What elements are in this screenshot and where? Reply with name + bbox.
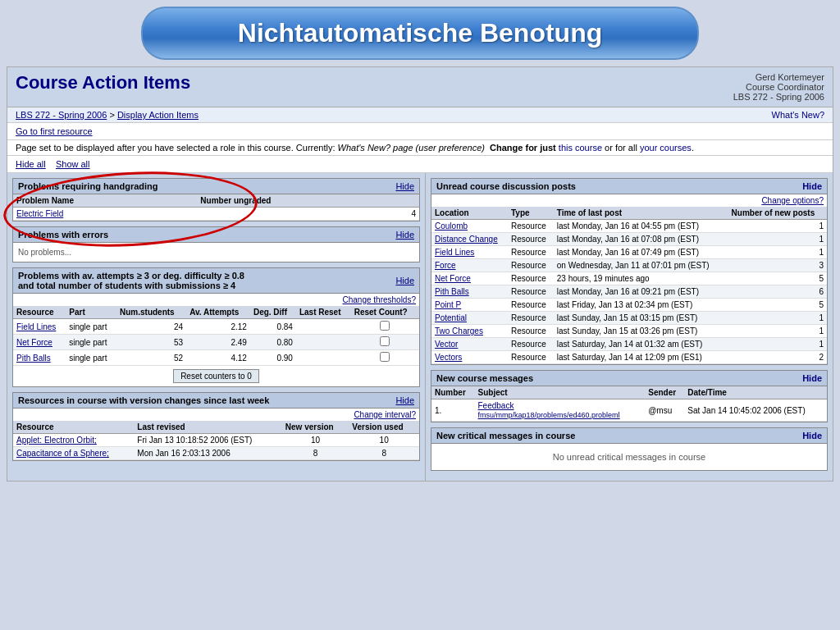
show-all-link[interactable]: Show all <box>56 159 90 169</box>
th-reset-cell[interactable] <box>351 335 419 350</box>
messages-title: New course messages <box>436 373 533 383</box>
discussion-hide[interactable]: Hide <box>802 181 822 191</box>
disc-location-cell: Pith Balls <box>431 285 508 299</box>
no-problems-text: No problems... <box>18 248 71 257</box>
change-options-link[interactable]: Change options? <box>761 196 824 205</box>
disc-type-cell: Resource <box>508 338 554 351</box>
change-thresholds-link[interactable]: Change thresholds? <box>342 295 416 304</box>
messages-header: New course messages Hide <box>431 371 827 386</box>
table-row: Electric Field4 <box>13 208 419 221</box>
disc-type-cell: Resource <box>508 312 554 325</box>
table-row: ForceResourceon Wednesday, Jan 11 at 07:… <box>431 259 827 272</box>
thresholds-change-link: Change thresholds? <box>13 294 419 306</box>
critical-section: New critical messages in course Hide No … <box>431 427 828 471</box>
discussion-table: Location Type Time of last post Number o… <box>431 207 827 364</box>
table-row: VectorResourcelast Saturday, Jan 14 at 0… <box>431 338 827 351</box>
vc-col-last-revised: Last revised <box>134 421 281 434</box>
no-critical-text: No unread critical messages in course <box>431 444 827 470</box>
disc-time-cell: last Sunday, Jan 15 at 03:26 pm (EST) <box>554 325 728 338</box>
msg-col-datetime: Date/Time <box>684 386 827 399</box>
th-num-cell: 52 <box>116 350 186 366</box>
discussion-section: Unread course discussion posts Hide Chan… <box>431 178 828 365</box>
discussion-content: Location Type Time of last post Number o… <box>431 207 827 364</box>
breadcrumb-current[interactable]: Display Action Items <box>117 110 199 120</box>
th-resource-cell: Pith Balls <box>13 350 66 366</box>
disc-type-cell: Resource <box>508 233 554 246</box>
handgrading-table: Problem Name Number ungraded Electric Fi… <box>13 194 419 221</box>
top-bar: Course Action Items Gerd Kortemeyer Cour… <box>7 67 833 107</box>
handgrading-title: Problems requiring handgrading <box>18 181 158 191</box>
header-pill: Nichtautomatische Benotung <box>141 7 699 60</box>
th-reset-count: Reset Count? <box>351 306 419 319</box>
table-row: PotentialResourcelast Sunday, Jan 15 at … <box>431 312 827 325</box>
disc-col-location: Location <box>431 207 508 220</box>
breadcrumb-course-link[interactable]: LBS 272 - Spring 2006 <box>16 110 107 120</box>
th-resource: Resource <box>13 306 66 319</box>
your-courses-link[interactable]: your courses <box>640 143 692 153</box>
critical-title: New critical messages in course <box>436 431 575 441</box>
table-row: Field Linessingle part242.120.84 <box>13 319 419 335</box>
disc-col-new-posts: Number of new posts <box>728 207 827 220</box>
hg-ungraded: 4 <box>197 208 419 221</box>
th-part: Part <box>66 306 116 319</box>
disc-type-cell: Resource <box>508 220 554 233</box>
disc-col-type: Type <box>508 207 554 220</box>
instructor-role: Course Coordinator <box>733 82 824 92</box>
msg-col-number: Number <box>431 386 475 399</box>
msg-sender-cell: @msu <box>645 399 684 422</box>
vc-col-resource: Resource <box>13 421 134 434</box>
disc-newposts-cell: 1 <box>728 338 827 351</box>
disc-time-cell: on Wednesday, Jan 11 at 07:01 pm (EST) <box>554 259 728 272</box>
th-part-cell: single part <box>66 335 116 350</box>
disc-newposts-cell: 1 <box>728 246 827 259</box>
messages-hide[interactable]: Hide <box>802 373 822 383</box>
table-row: Point PResourcelast Friday, Jan 13 at 02… <box>431 299 827 312</box>
disc-location-cell: Distance Change <box>431 233 508 246</box>
disc-type-cell: Resource <box>508 285 554 299</box>
th-reset-cell[interactable] <box>351 319 419 335</box>
disc-location-cell: Coulomb <box>431 220 508 233</box>
currently-text: What's New? page (user preference) <box>338 143 485 153</box>
this-course-link[interactable]: this course <box>559 143 602 153</box>
thresholds-content: Resource Part Num.students Av. Attempts … <box>13 306 419 383</box>
thresholds-hide[interactable]: Hide <box>395 276 414 285</box>
errors-title: Problems with errors <box>18 230 108 240</box>
disc-time-cell: last Monday, Jan 16 at 09:21 pm (EST) <box>554 285 728 299</box>
reset-checkbox[interactable] <box>380 321 390 331</box>
first-resource-link[interactable]: Go to first resource <box>16 126 93 136</box>
messages-section: New course messages Hide Number Subject … <box>431 370 828 422</box>
table-row: VectorsResourcelast Saturday, Jan 14 at … <box>431 351 827 364</box>
reset-checkbox[interactable] <box>380 336 390 346</box>
vc-resource-cell: Applet: Electron Orbit; <box>13 434 134 447</box>
right-column: Unread course discussion posts Hide Chan… <box>426 173 833 481</box>
change-for-text: Change for just <box>490 143 556 153</box>
errors-header: Problems with errors Hide <box>13 227 419 243</box>
th-num-students: Num.students <box>116 306 186 319</box>
disc-newposts-cell: 3 <box>728 259 827 272</box>
table-row: Net ForceResource23 hours, 19 minutes ag… <box>431 272 827 285</box>
change-interval-link[interactable]: Change interval? <box>354 410 416 419</box>
th-av-cell: 4.12 <box>186 350 250 366</box>
errors-hide[interactable]: Hide <box>395 230 414 240</box>
handgrading-header: Problems requiring handgrading Hide <box>13 179 419 194</box>
reset-counters-button[interactable]: Reset counters to 0 <box>173 369 259 383</box>
version-changes-section: Resources in course with version changes… <box>12 392 420 461</box>
disc-time-cell: last Sunday, Jan 15 at 03:15 pm (EST) <box>554 312 728 325</box>
vc-used-cell: 10 <box>349 434 419 447</box>
reset-checkbox[interactable] <box>380 352 390 362</box>
show-hide-bar: Hide all Show all <box>7 156 833 173</box>
th-reset-cell[interactable] <box>351 350 419 366</box>
disc-location-cell: Force <box>431 259 508 272</box>
disc-time-cell: last Monday, Jan 16 at 07:49 pm (EST) <box>554 246 728 259</box>
disc-time-cell: last Friday, Jan 13 at 02:34 pm (EST) <box>554 299 728 312</box>
disc-type-cell: Resource <box>508 259 554 272</box>
hide-all-link[interactable]: Hide all <box>16 159 46 169</box>
th-num-cell: 53 <box>116 335 186 350</box>
errors-section: Problems with errors Hide No problems... <box>12 226 420 262</box>
table-row: Pith Ballssingle part524.120.90 <box>13 350 419 366</box>
th-lastreset-cell <box>296 350 351 366</box>
version-changes-hide[interactable]: Hide <box>395 395 414 405</box>
handgrading-col-problem: Problem Name <box>13 194 197 208</box>
critical-hide[interactable]: Hide <box>802 431 822 441</box>
handgrading-hide[interactable]: Hide <box>395 181 414 191</box>
